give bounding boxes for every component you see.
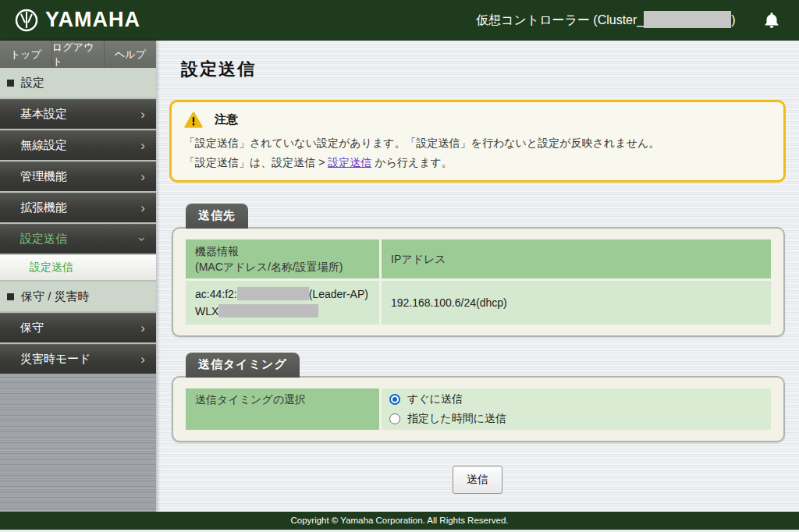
timing-options-cell: すぐに送信 指定した時間に送信 xyxy=(382,388,771,430)
tab-help[interactable]: ヘルプ xyxy=(105,41,156,68)
submit-button[interactable]: 送信 xyxy=(453,466,502,494)
chevron-right-icon: › xyxy=(140,108,145,121)
device-model-line: WLX xyxy=(195,303,370,320)
sidebar-section-title: 設定 xyxy=(21,76,44,90)
yamaha-logo: YAMAHA xyxy=(14,8,140,33)
sidebar-item-disaster-mode[interactable]: 災害時モード › xyxy=(0,344,156,374)
sidebar-top-tabs: トップ ログアウト ヘルプ xyxy=(0,41,156,68)
device-info-column-header: 機器情報 (MACアドレス/名称/設置場所) xyxy=(186,239,379,278)
redacted-model-name xyxy=(218,304,318,317)
chevron-right-icon: › xyxy=(140,321,145,335)
destination-panel: 機器情報 (MACアドレス/名称/設置場所) IPアドレス ac:44:f2:(… xyxy=(172,227,785,337)
sidebar-menu: 設定 基本設定 › 無線設定 › 管理機能 › 拡張機能 › 設定送信 › 設定… xyxy=(0,68,156,374)
notice-line-1: 「設定送信」されていない設定があります。「設定送信」を行わないと設定が反映されま… xyxy=(184,133,771,153)
chevron-right-icon: › xyxy=(140,170,145,183)
notice-box: 注意 「設定送信」されていない設定があります。「設定送信」を行わないと設定が反映… xyxy=(169,100,786,183)
ip-address-cell: 192.168.100.6/24(dhcp) xyxy=(382,281,771,325)
timing-panel: 送信タイミングの選択 すぐに送信 指定した時間に送信 xyxy=(172,376,785,442)
main-content: 設定送信 注意 「設定送信」されていない設定があります。「設定送信」を行わないと… xyxy=(156,41,799,512)
section-marker-icon xyxy=(7,80,14,87)
radio-send-now[interactable]: すぐに送信 xyxy=(389,392,763,406)
sidebar-item-config-send[interactable]: 設定送信 › xyxy=(0,224,156,254)
warning-icon xyxy=(184,112,203,128)
tab-logout[interactable]: ログアウト xyxy=(52,41,105,68)
timing-select-label: 送信タイミングの選択 xyxy=(186,388,379,430)
chevron-right-icon: › xyxy=(140,201,145,215)
top-header: YAMAHA 仮想コントローラー (Cluster_) xyxy=(0,0,799,41)
page-title: 設定送信 xyxy=(181,58,799,81)
destination-section-tab: 送信先 xyxy=(186,204,248,229)
sidebar-section-settings-header: 設定 xyxy=(0,68,156,98)
sidebar-section-maintenance-header: 保守 / 災害時 xyxy=(0,282,156,311)
brand-name: YAMAHA xyxy=(45,8,140,32)
device-info-cell: ac:44:f2:(Leader-AP) WLX xyxy=(186,281,379,325)
notice-config-send-link[interactable]: 設定送信 xyxy=(328,156,371,168)
radio-send-scheduled[interactable]: 指定した時間に送信 xyxy=(389,412,763,426)
destination-section: 送信先 機器情報 (MACアドレス/名称/設置場所) IPアドレス ac:44:… xyxy=(172,204,785,337)
sidebar: トップ ログアウト ヘルプ 設定 基本設定 › 無線設定 › 管理機能 › 拡張… xyxy=(0,41,156,512)
tuning-fork-icon xyxy=(14,8,39,33)
device-mac-line: ac:44:f2:(Leader-AP) xyxy=(195,286,370,303)
redacted-cluster-name xyxy=(644,11,731,28)
sidebar-item-basic-settings[interactable]: 基本設定 › xyxy=(0,99,156,129)
chevron-down-icon: › xyxy=(137,237,150,242)
tab-top[interactable]: トップ xyxy=(0,41,52,68)
controller-title: 仮想コントローラー (Cluster_) xyxy=(476,0,736,41)
timing-section: 送信タイミング 送信タイミングの選択 すぐに送信 指定した時間に送信 xyxy=(172,353,785,442)
sidebar-item-maintenance[interactable]: 保守 › xyxy=(0,313,156,342)
redacted-mac-address xyxy=(237,287,309,300)
chevron-right-icon: › xyxy=(140,353,145,366)
sidebar-item-wireless-settings[interactable]: 無線設定 › xyxy=(0,130,156,160)
notification-bell-icon[interactable] xyxy=(762,10,782,30)
chevron-right-icon: › xyxy=(140,139,145,152)
ip-address-column-header: IPアドレス xyxy=(382,239,771,278)
notice-line-2: 「設定送信」は、設定送信 > 設定送信 から行えます。 xyxy=(184,153,771,172)
sidebar-subitem-config-send[interactable]: 設定送信 xyxy=(0,255,156,280)
sidebar-item-extended[interactable]: 拡張機能 › xyxy=(0,193,156,222)
radio-button-unselected-icon[interactable] xyxy=(389,413,400,424)
notice-title: 注意 xyxy=(215,112,238,127)
timing-section-tab: 送信タイミング xyxy=(186,353,300,378)
section-marker-icon xyxy=(7,293,14,300)
footer-copyright: Copyright © Yamaha Corporation. All Righ… xyxy=(0,512,799,530)
sidebar-item-management[interactable]: 管理機能 › xyxy=(0,161,156,191)
radio-button-selected-icon[interactable] xyxy=(389,394,400,405)
sidebar-section-title: 保守 / 災害時 xyxy=(21,289,90,304)
